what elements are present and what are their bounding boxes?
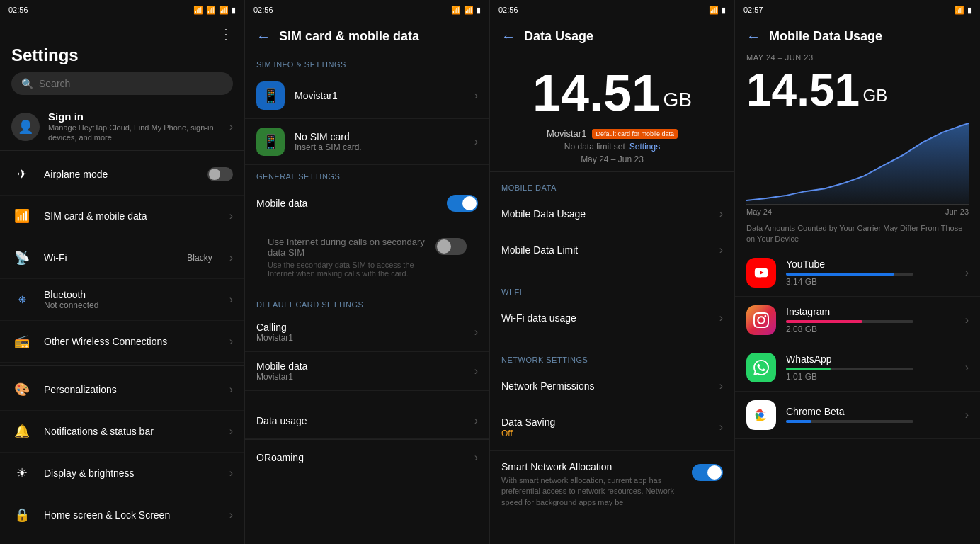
smart-alloc-desc: With smart network allocation, current a… (501, 475, 683, 508)
settings-item-airplane[interactable]: ✈ Airplane mode (0, 154, 244, 196)
chrome-info: Chrome Beta (786, 406, 955, 424)
app-item-whatsapp[interactable]: WhatsApp 1.01 GB › (735, 344, 980, 392)
wireless-icon: 📻 (11, 331, 33, 352)
data-usage-row[interactable]: Data usage › (245, 403, 489, 439)
airplane-toggle[interactable] (207, 167, 233, 181)
data-saving-chevron: › (719, 421, 723, 434)
settings-link[interactable]: Settings (629, 142, 660, 152)
youtube-name: YouTube (786, 259, 955, 270)
bluetooth-icon-item: ⎈ (11, 289, 33, 310)
status-icons-2: 📶 📶 ▮ (451, 6, 481, 15)
settings-item-wireless[interactable]: 📻 Other Wireless Connections › (0, 321, 244, 363)
sim-info-section-label: SIM INFO & SETTINGS (245, 53, 489, 73)
settings-item-display[interactable]: ☀ Display & brightness › (0, 453, 244, 494)
mobile-data-toggle[interactable] (447, 195, 478, 212)
big-number: 14.51 (532, 64, 660, 121)
sim1-text: Movistar1 (295, 90, 465, 101)
mobile-data-label: Mobile data (256, 198, 438, 209)
data-saving-item[interactable]: Data Saving Off › (490, 404, 734, 450)
chart-svg (746, 120, 969, 204)
sim-icon: 📶 (11, 205, 33, 227)
more-options-icon[interactable]: ⋮ (219, 26, 233, 42)
chrome-chevron: › (965, 409, 969, 421)
wifi-usage-chevron: › (719, 312, 723, 324)
mobile-big-display: 14.51 GB (735, 64, 980, 120)
secondary-toggle[interactable] (435, 238, 467, 255)
sim-panel: 02:56 📶 📶 ▮ ← SIM card & mobile data SIM… (245, 0, 490, 544)
data-usage-back-button[interactable]: ← (501, 28, 515, 45)
mobile-limit-item[interactable]: Mobile Data Limit › (490, 232, 734, 268)
app-item-instagram[interactable]: Instagram 2.08 GB › (735, 297, 980, 344)
bat-icon-2: ▮ (477, 6, 481, 15)
battery-icon: ▮ (232, 6, 236, 15)
mobile-data-default-item[interactable]: Mobile data Movistar1 › (245, 352, 489, 391)
settings-item-sim[interactable]: 📶 SIM card & mobile data › (0, 196, 244, 237)
mobile-data-default-chevron: › (474, 365, 478, 378)
sign-in-chevron: › (229, 120, 233, 133)
oroaming-row[interactable]: ORoaming › (245, 440, 489, 475)
bat-icon-4: ▮ (967, 6, 972, 15)
wifi-usage-label: Wi-Fi data usage (501, 312, 719, 324)
secondary-toggle-row[interactable]: Use Internet during calls on secondary d… (245, 222, 489, 293)
wifi-icon-item: 📡 (11, 247, 33, 268)
notifications-chevron: › (229, 425, 233, 438)
carrier-name: Movistar1 (547, 128, 586, 139)
chrome-icon (746, 400, 776, 430)
search-bar[interactable]: 🔍 (11, 72, 233, 95)
data-usage-title: Data Usage (524, 29, 593, 44)
bluetooth-label: Bluetooth Not connected (44, 289, 218, 310)
sim2-name: No SIM card (295, 131, 465, 142)
calling-item[interactable]: Calling Movistar1 › (245, 313, 489, 352)
wifi-chevron: › (229, 251, 233, 264)
app-item-youtube[interactable]: YouTube 3.14 GB › (735, 249, 980, 297)
divider-1 (0, 366, 244, 366)
sim1-item[interactable]: 📱 Movistar1 › (245, 73, 489, 119)
airplane-label: Airplane mode (44, 169, 196, 180)
display-chevron: › (229, 467, 233, 480)
smart-alloc-toggle[interactable] (692, 464, 723, 481)
status-icons-3: 📶 ▮ (709, 6, 726, 15)
app-item-chrome[interactable]: Chrome Beta › (735, 392, 980, 439)
chart-note: Data Amounts Counted by Your Carrier May… (735, 219, 980, 249)
sim-back-button[interactable]: ← (256, 28, 270, 45)
sim2-icon: 📱 (256, 128, 285, 156)
sim1-icon: 📱 (256, 81, 285, 110)
time-2: 02:56 (253, 6, 273, 14)
settings-panel: 02:56 📶 📶 📶 ▮ ⋮ Settings 🔍 👤 Sign in Man… (0, 0, 245, 544)
settings-item-wifi[interactable]: 📡 Wi-Fi Blacky › (0, 237, 244, 279)
sim2-item[interactable]: 📱 No SIM card Insert a SIM card. › (245, 119, 489, 165)
mobile-data-default-label: Mobile data (256, 361, 474, 372)
no-limit-text: No data limit set (564, 142, 625, 152)
settings-item-notifications[interactable]: 🔔 Notifications & status bar › (0, 411, 244, 453)
display-icon: ☀ (11, 463, 33, 484)
chrome-bar (786, 420, 955, 423)
mobile-data-toggle-row[interactable]: Mobile data (245, 185, 489, 222)
mobile-usage-back-button[interactable]: ← (746, 28, 760, 45)
wifi-usage-item[interactable]: Wi-Fi data usage › (490, 300, 734, 336)
settings-item-homescreen[interactable]: 🔒 Home screen & Lock Screen › (0, 494, 244, 536)
network-perm-item[interactable]: Network Permissions › (490, 368, 734, 404)
youtube-bar (786, 273, 955, 276)
personal-chevron: › (229, 383, 233, 396)
wireless-chevron: › (229, 335, 233, 348)
settings-item-personal[interactable]: 🎨 Personalizations › (0, 369, 244, 411)
homescreen-label: Home screen & Lock Screen (44, 509, 218, 521)
sign-in-text: Sign in Manage HeytTap Cloud, Find My Ph… (48, 110, 221, 143)
bluetooth-icon: 📶 (193, 6, 203, 15)
smart-alloc-item[interactable]: Smart Network Allocation With smart netw… (490, 450, 734, 518)
settings-item-bluetooth[interactable]: ⎈ Bluetooth Not connected › (0, 279, 244, 321)
wifi-icon: 📶 (219, 6, 229, 15)
data-usage-header: ← Data Usage (490, 20, 734, 53)
mobile-usage-item[interactable]: Mobile Data Usage › (490, 196, 734, 232)
personal-label: Personalizations (44, 384, 218, 395)
status-icons-4: 📶 ▮ (955, 6, 972, 15)
status-bar-1: 02:56 📶 📶 📶 ▮ (0, 0, 244, 20)
sign-in-row[interactable]: 👤 Sign in Manage HeytTap Cloud, Find My … (0, 103, 244, 151)
chart-start-date: May 24 (746, 208, 772, 216)
search-input[interactable] (39, 78, 223, 89)
wifi-section: WI-FI (490, 283, 734, 300)
calling-label: Calling (256, 322, 474, 333)
settings-list: ✈ Airplane mode 📶 SIM card & mobile data… (0, 154, 244, 544)
sim1-chevron: › (474, 89, 478, 102)
wireless-label: Other Wireless Connections (44, 336, 218, 347)
